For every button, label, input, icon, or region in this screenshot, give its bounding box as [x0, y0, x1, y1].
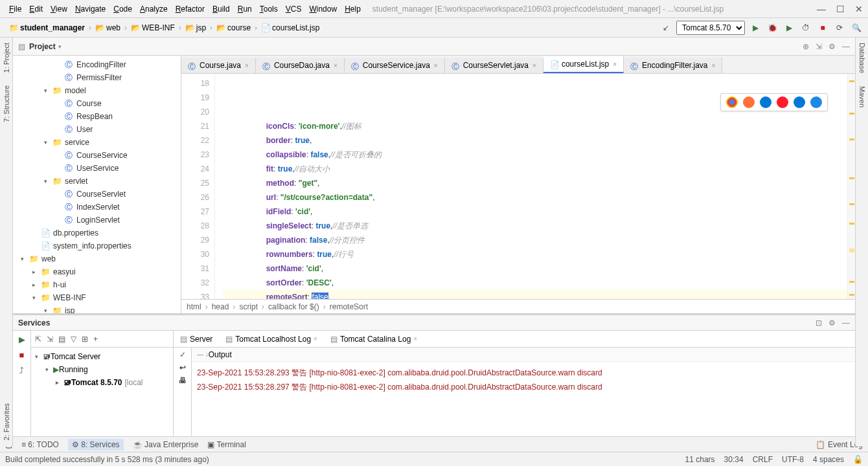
step-icon[interactable]: ⤴ [16, 364, 28, 376]
btab-terminal[interactable]: ▣ Terminal [207, 440, 246, 449]
expand-icon[interactable]: ⇲ [816, 42, 822, 51]
tree-row[interactable]: ⒸIndexServlet [13, 201, 181, 214]
filter-icon[interactable]: ▽ [71, 335, 76, 344]
close-tab-icon[interactable]: × [712, 62, 716, 69]
scroll-icon[interactable]: ✓ [179, 350, 186, 359]
status-eol[interactable]: CRLF [753, 455, 773, 464]
wrap-icon[interactable]: ↩ [179, 363, 186, 372]
tree-row[interactable]: ▾📁servlet [13, 175, 181, 188]
tool-structure[interactable]: 7: Structure [3, 85, 10, 122]
service-row[interactable]: ▸🖳 Tomcat 8.5.70[local [31, 376, 173, 389]
tree-row[interactable]: ⒸCourseServlet [13, 188, 181, 201]
tool-maven[interactable]: Maven [858, 86, 866, 107]
run-config-select[interactable]: Tomcat 8.5.70 [676, 21, 745, 35]
edge-icon[interactable] [794, 96, 805, 108]
services-tab-2[interactable]: ▤ Tomcat Catalina Log × [324, 332, 424, 346]
menu-window[interactable]: Window [305, 3, 341, 15]
code-crumb-item[interactable]: script [239, 302, 258, 311]
tree-row[interactable]: ▸📁easyui [13, 265, 181, 278]
status-indent[interactable]: 4 spaces [813, 455, 844, 464]
profile-icon[interactable]: ⏱ [799, 21, 812, 34]
code-crumb-item[interactable]: html [187, 302, 201, 311]
collapse-icon[interactable]: — [842, 42, 850, 51]
firefox-icon[interactable] [743, 96, 755, 108]
service-row[interactable]: ▾🖳 Tomcat Server [31, 350, 173, 363]
status-lock-icon[interactable]: 🔓 [853, 455, 863, 464]
menu-code[interactable]: Code [109, 3, 136, 15]
add-icon[interactable]: + [93, 335, 98, 344]
close-tab-icon[interactable]: × [434, 62, 438, 69]
menu-file[interactable]: File [5, 3, 25, 15]
crumb-1[interactable]: 📂 web [91, 22, 124, 34]
services-expand-icon[interactable]: ⊡ [816, 318, 822, 327]
tree-row[interactable]: ⒸEncodingFilter [13, 58, 181, 71]
menu-edit[interactable]: Edit [25, 3, 47, 15]
services-hide-icon[interactable]: — [842, 318, 850, 327]
crumb-3[interactable]: 📂 jsp [181, 22, 210, 34]
tree-row[interactable]: ▸📁h-ui [13, 278, 181, 291]
tab-courseList.jsp[interactable]: 📄courseList.jsp× [543, 56, 624, 73]
minimize-icon[interactable]: — [817, 4, 826, 14]
rerun-icon[interactable]: ▶ [16, 333, 28, 345]
collapse-all-icon[interactable]: ⇲ [47, 335, 53, 344]
services-tab-0[interactable]: ▤ Server [174, 332, 219, 346]
print-icon[interactable]: 🖶 [179, 376, 187, 385]
services-tab-1[interactable]: ▤ Tomcat Localhost Log × [219, 332, 324, 346]
project-dropdown-icon[interactable]: ▾ [58, 43, 62, 50]
tree-row[interactable]: ⒸPermissFilter [13, 71, 181, 84]
back-icon[interactable]: ↙ [659, 21, 672, 34]
close-tab-icon[interactable]: × [532, 62, 536, 69]
code-crumb-item[interactable]: remoteSort [330, 302, 368, 311]
tab-Course.java[interactable]: ⒸCourse.java× [181, 58, 256, 73]
project-tree[interactable]: ⒸEncodingFilterⒸPermissFilter▾📁modelⒸCou… [13, 56, 181, 313]
tool-project[interactable]: 1: Project [3, 43, 10, 72]
crumb-4[interactable]: 📂 course [212, 22, 255, 34]
crumb-0[interactable]: 📁 student_manager [5, 22, 89, 34]
grid-icon[interactable]: ▤ [58, 335, 65, 344]
menu-build[interactable]: Build [209, 3, 234, 15]
tree-row[interactable]: ▾📁service [13, 136, 181, 149]
run-icon[interactable]: ▶ [749, 21, 762, 34]
chrome-icon[interactable] [726, 96, 738, 108]
close-icon[interactable]: ✕ [855, 4, 863, 14]
tree-row[interactable]: ▾📁WEB-INF [13, 291, 181, 304]
tree-row[interactable]: ⒸUser [13, 123, 181, 136]
tree-row[interactable]: ▾📁jsp [13, 304, 181, 313]
menu-vcs[interactable]: VCS [282, 3, 306, 15]
btab-javaee[interactable]: ☕ Java Enterprise [133, 440, 199, 449]
debug-icon[interactable]: 🐞 [766, 21, 779, 34]
maximize-icon[interactable]: ☐ [836, 4, 845, 14]
tool-database[interactable]: Database [858, 43, 866, 73]
tab-CourseService.java[interactable]: ⒸCourseService.java× [345, 58, 445, 73]
tree-row[interactable]: ⒸLoginServlet [13, 214, 181, 227]
stop-run-icon[interactable]: ■ [16, 349, 28, 361]
stop-icon[interactable]: ■ [816, 21, 829, 34]
menu-analyze[interactable]: Analyze [136, 3, 172, 15]
code-editor[interactable]: iconCls: 'icon-more',//图标 border: true, … [215, 74, 847, 299]
tree-row[interactable]: 📄db.properties [13, 227, 181, 239]
menu-tools[interactable]: Tools [256, 3, 282, 15]
menu-view[interactable]: View [47, 3, 71, 15]
update-icon[interactable]: ⟳ [833, 21, 846, 34]
btab-services[interactable]: ⚙ 8: Services [68, 439, 124, 450]
menu-navigate[interactable]: Navigate [71, 3, 109, 15]
safari-icon[interactable] [760, 96, 771, 108]
tree-row[interactable]: 📄system_info.properties [13, 239, 181, 252]
services-settings-icon[interactable]: ⚙ [828, 318, 836, 327]
crumb-2[interactable]: 📂 WEB-INF [127, 22, 179, 34]
code-crumb-item[interactable]: head [212, 302, 229, 311]
tree-row[interactable]: ▾📁model [13, 84, 181, 97]
tree-row[interactable]: ⒸCourseService [13, 149, 181, 162]
menu-help[interactable]: Help [341, 3, 365, 15]
tree-row[interactable]: ⒸUserService [13, 162, 181, 175]
close-tab-icon[interactable]: × [334, 62, 337, 69]
tree-row[interactable]: ⒸRespBean [13, 110, 181, 123]
marker-strip[interactable] [847, 74, 855, 299]
coverage-icon[interactable]: ▶ [782, 21, 795, 34]
services-tree[interactable]: ▾🖳 Tomcat Server▾▶ Running▸🖳 Tomcat 8.5.… [31, 348, 173, 436]
tree-row[interactable]: ⒸCourse [13, 97, 181, 110]
close-tab-icon[interactable]: × [245, 62, 249, 69]
services-output[interactable]: 23-Sep-2021 15:53:28.293 警告 [http-nio-80… [192, 362, 855, 436]
tool-favorites[interactable]: 2: Favorites [3, 403, 10, 440]
crumb-5[interactable]: 📄 courseList.jsp [257, 22, 323, 34]
